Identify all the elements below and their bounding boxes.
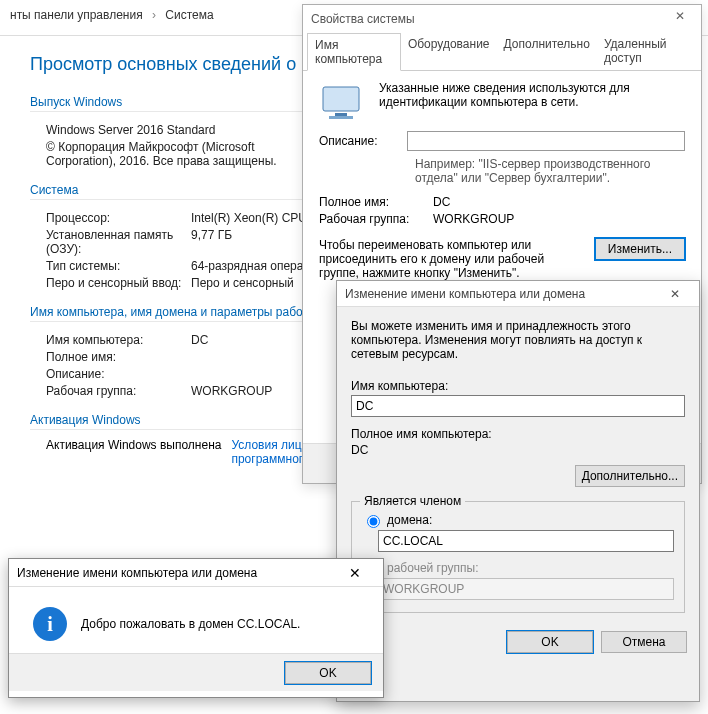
svg-rect-2 <box>329 116 353 119</box>
rename-help-text: Чтобы переименовать компьютер или присое… <box>319 238 595 280</box>
svg-rect-1 <box>335 113 347 116</box>
full-name-label: Полное имя: <box>319 195 433 209</box>
pc-name-label: Имя компьютера: <box>46 333 191 347</box>
ram-label: Установленная память (ОЗУ): <box>46 228 191 256</box>
tab-hardware[interactable]: Оборудование <box>401 33 497 70</box>
domain-radio[interactable] <box>367 515 380 528</box>
ok-button[interactable]: OK <box>285 662 371 684</box>
close-icon[interactable]: ✕ <box>659 287 691 301</box>
breadcrumb-part[interactable]: Система <box>165 8 213 22</box>
cpu-label: Процессор: <box>46 211 191 225</box>
close-icon[interactable]: ✕ <box>335 565 375 581</box>
workgroup-label: Рабочая группа: <box>46 384 191 398</box>
change-name-domain-dialog: Изменение имени компьютера или домена ✕ … <box>336 280 700 702</box>
dialog-titlebar[interactable]: Изменение имени компьютера или домена ✕ <box>337 281 699 307</box>
tab-remote[interactable]: Удаленный доступ <box>597 33 697 70</box>
ram-value: 9,77 ГБ <box>191 228 232 256</box>
dialog-title: Изменение имени компьютера или домена <box>345 287 585 301</box>
tab-computer-name[interactable]: Имя компьютера <box>307 33 401 71</box>
full-name-label: Полное имя: <box>46 350 191 364</box>
workgroup-value: WORKGROUP <box>191 384 272 398</box>
system-type-value: 64-разрядная опера <box>191 259 303 273</box>
help-text: Вы можете изменить имя и принадлежность … <box>351 319 685 361</box>
workgroup-label: Рабочая группа: <box>319 212 433 226</box>
description-example: Например: "IIS-сервер производственного … <box>415 157 685 185</box>
welcome-domain-messagebox: Изменение имени компьютера или домена ✕ … <box>8 558 384 698</box>
info-icon: i <box>33 607 67 641</box>
info-text: Указанные ниже сведения используются для… <box>379 81 685 123</box>
dialog-titlebar[interactable]: Свойства системы ✕ <box>303 5 701 33</box>
close-icon[interactable]: ✕ <box>665 9 695 29</box>
description-label: Описание: <box>319 134 399 148</box>
full-computer-name-label: Полное имя компьютера: <box>351 427 685 441</box>
member-of-group: Является членом домена: рабочей группы: <box>351 501 685 613</box>
cancel-button[interactable]: Отмена <box>601 631 687 653</box>
pen-label: Перо и сенсорный ввод: <box>46 276 191 290</box>
domain-radio-label: домена: <box>387 513 432 527</box>
full-name-value: DC <box>433 195 450 209</box>
dialog-title: Свойства системы <box>311 12 415 26</box>
workgroup-radio-label: рабочей группы: <box>387 561 478 575</box>
change-button[interactable]: Изменить... <box>595 238 685 260</box>
copyright-text: © Корпорация Майкрософт (Microsoft Corpo… <box>46 140 306 168</box>
full-computer-name-value: DC <box>351 443 685 457</box>
breadcrumb-part[interactable]: нты панели управления <box>10 8 143 22</box>
domain-input[interactable] <box>378 530 674 552</box>
tab-advanced[interactable]: Дополнительно <box>497 33 597 70</box>
message-text: Добро пожаловать в домен CC.LOCAL. <box>81 617 300 631</box>
workgroup-input <box>378 578 674 600</box>
activation-status: Активация Windows выполнена <box>46 438 221 466</box>
member-of-legend: Является членом <box>360 494 465 508</box>
system-type-label: Тип системы: <box>46 259 191 273</box>
more-button[interactable]: Дополнительно... <box>575 465 685 487</box>
dialog-title: Изменение имени компьютера или домена <box>17 566 257 580</box>
tabs: Имя компьютера Оборудование Дополнительн… <box>303 33 701 71</box>
computer-icon <box>319 83 367 123</box>
ok-button[interactable]: OK <box>507 631 593 653</box>
computer-name-input[interactable] <box>351 395 685 417</box>
dialog-titlebar[interactable]: Изменение имени компьютера или домена ✕ <box>9 559 383 587</box>
computer-name-label: Имя компьютера: <box>351 379 685 393</box>
breadcrumb-separator-icon: › <box>152 8 156 22</box>
svg-rect-0 <box>323 87 359 111</box>
pen-value: Перо и сенсорный <box>191 276 294 290</box>
pc-name-value: DC <box>191 333 208 347</box>
description-label: Описание: <box>46 367 191 381</box>
description-input[interactable] <box>407 131 685 151</box>
cpu-value: Intel(R) Xeon(R) CPU <box>191 211 307 225</box>
workgroup-value: WORKGROUP <box>433 212 514 226</box>
